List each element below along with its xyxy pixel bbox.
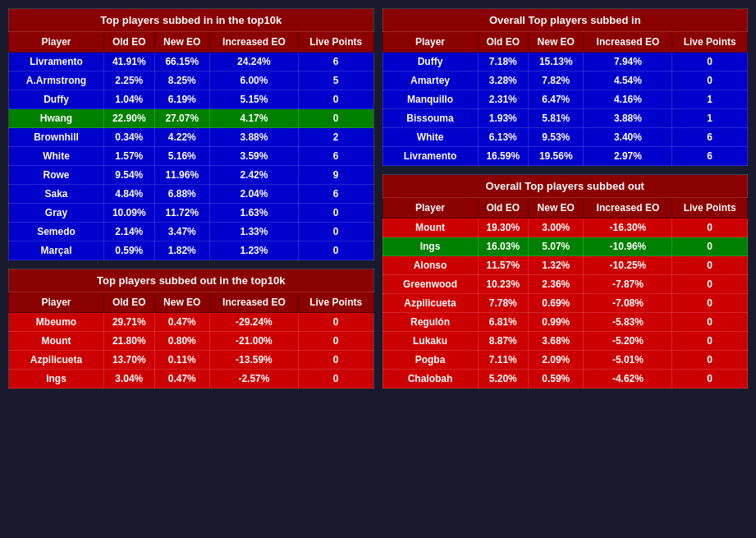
col-header-live-4: Live Points [672, 198, 748, 218]
col-header-live: Live Points [298, 32, 373, 53]
table-row: White1.57%5.16%3.59%6 [9, 147, 374, 166]
table-row: Semedo2.14%3.47%1.33%0 [9, 223, 374, 241]
table-row: Duffy7.18%15.13%7.94%0 [383, 53, 748, 71]
top10k-subbed-in-title: Top players subbed in in the top10k [9, 9, 374, 32]
overall-subbed-out-section: Overall Top players subbed out Player Ol… [383, 174, 749, 389]
col-header-inc-eo: Increased EO [209, 32, 298, 53]
col-header-old-eo-2: Old EO [104, 292, 154, 313]
table-row: Mount21.80%0.80%-21.00%0 [9, 332, 374, 351]
table-row: Marçal0.59%1.82%1.23%0 [9, 241, 374, 260]
table-row: Chalobah5.20%0.59%-4.62%0 [383, 370, 748, 389]
table-row: Amartey3.28%7.82%4.54%0 [383, 71, 748, 90]
col-header-new-eo-4: New EO [529, 198, 584, 218]
table-row: Azpilicueta13.70%0.11%-13.59%0 [9, 351, 374, 370]
col-header-new-eo-3: New EO [529, 32, 584, 53]
table-row: Brownhill0.34%4.22%3.88%2 [9, 128, 374, 147]
table-row: Livramento41.91%66.15%24.24%6 [9, 53, 374, 71]
table-row: Hwang22.90%27.07%4.17%0 [9, 109, 374, 128]
table-row: Rowe9.54%11.96%2.42%9 [9, 166, 374, 185]
table-row: Ings3.04%0.47%-2.57%0 [9, 370, 374, 389]
col-header-live-2: Live Points [298, 292, 373, 313]
table-row: Bissouma1.93%5.81%3.88%1 [383, 109, 748, 128]
top10k-subbed-out-table: Top players subbed out in the top10k Pla… [8, 269, 374, 389]
col-header-old-eo-4: Old EO [478, 198, 528, 218]
overall-subbed-in-section: Overall Top players subbed in Player Old… [383, 8, 749, 166]
table-row: Lukaku8.87%3.68%-5.20%0 [383, 332, 748, 351]
col-header-player-3: Player [383, 32, 478, 53]
col-header-player-4: Player [383, 198, 478, 218]
col-header-player: Player [9, 32, 104, 53]
main-container: Top players subbed in in the top10k Play… [8, 8, 748, 389]
left-column: Top players subbed in in the top10k Play… [8, 8, 374, 389]
table-row: Mount19.30%3.00%-16.30%0 [383, 218, 748, 237]
right-column: Overall Top players subbed in Player Old… [383, 8, 749, 389]
col-header-inc-eo-3: Increased EO [584, 32, 672, 53]
col-header-new-eo-2: New EO [154, 292, 209, 313]
top10k-subbed-out-section: Top players subbed out in the top10k Pla… [8, 269, 374, 389]
overall-subbed-in-table: Overall Top players subbed in Player Old… [383, 8, 749, 166]
col-header-old-eo: Old EO [104, 32, 154, 53]
top10k-subbed-out-title: Top players subbed out in the top10k [9, 269, 374, 292]
table-row: Azpilicueta7.78%0.69%-7.08%0 [383, 294, 748, 313]
table-row: White6.13%9.53%3.40%6 [383, 128, 748, 147]
table-row: Manquillo2.31%6.47%4.16%1 [383, 90, 748, 109]
top10k-subbed-in-section: Top players subbed in in the top10k Play… [8, 8, 374, 260]
table-row: Saka4.84%6.88%2.04%6 [9, 185, 374, 204]
overall-subbed-out-title: Overall Top players subbed out [383, 175, 748, 198]
col-header-player-2: Player [9, 292, 104, 313]
col-header-inc-eo-2: Increased EO [209, 292, 298, 313]
table-row: Ings16.03%5.07%-10.96%0 [383, 237, 748, 256]
col-header-inc-eo-4: Increased EO [584, 198, 672, 218]
table-row: Regulón6.81%0.99%-5.83%0 [383, 313, 748, 332]
table-row: Pogba7.11%2.09%-5.01%0 [383, 351, 748, 370]
col-header-live-3: Live Points [672, 32, 748, 53]
table-row: Greenwood10.23%2.36%-7.87%0 [383, 275, 748, 294]
table-row: Duffy1.04%6.19%5.15%0 [9, 90, 374, 109]
table-row: Gray10.09%11.72%1.63%0 [9, 204, 374, 223]
col-header-new-eo: New EO [154, 32, 209, 53]
table-row: A.Armstrong2.25%8.25%6.00%5 [9, 71, 374, 90]
table-row: Alonso11.57%1.32%-10.25%0 [383, 256, 748, 275]
top10k-subbed-in-table: Top players subbed in in the top10k Play… [8, 8, 374, 260]
table-row: Mbeumo29.71%0.47%-29.24%0 [9, 313, 374, 332]
overall-subbed-out-table: Overall Top players subbed out Player Ol… [383, 174, 749, 389]
table-row: Livramento16.59%19.56%2.97%6 [383, 147, 748, 166]
col-header-old-eo-3: Old EO [478, 32, 528, 53]
overall-subbed-in-title: Overall Top players subbed in [383, 9, 748, 32]
